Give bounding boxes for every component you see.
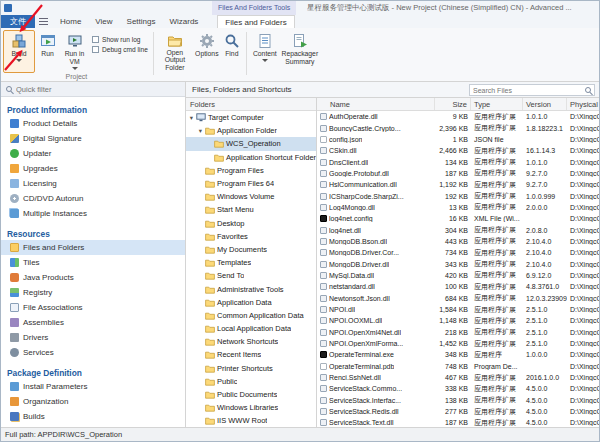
column-header[interactable]: Name: [317, 98, 435, 110]
sidebar-item[interactable]: Tiles: [1, 255, 185, 270]
tab-files-and-folders[interactable]: Files and Folders: [217, 15, 294, 28]
folder-tree-item[interactable]: Start Menu: [186, 203, 316, 216]
sidebar-item[interactable]: Assemblies: [1, 315, 185, 330]
folder-tree-item[interactable]: Templates: [186, 256, 316, 269]
file-row[interactable]: Newtonsoft.Json.dll 684 KB 应用程序扩展 12.0.3…: [317, 293, 599, 304]
folder-tree-item[interactable]: Program Files 64: [186, 177, 316, 190]
file-row[interactable]: MongoDB.Driver.dll 343 KB 应用程序扩展 2.10.4.…: [317, 258, 599, 269]
folder-tree-item[interactable]: Network Shortcuts: [186, 335, 316, 348]
file-row[interactable]: OperateTerminal.exe 348 KB 应用程序 1.0.0.0 …: [317, 349, 599, 360]
file-row[interactable]: MongoDB.Driver.Cor... 734 KB 应用程序扩展 2.10…: [317, 247, 599, 258]
run-in-vm-button[interactable]: Run in VM: [60, 30, 89, 73]
quick-filter-input[interactable]: [16, 85, 180, 94]
sidebar-item[interactable]: Upgrades: [1, 161, 185, 176]
folder-tree-item[interactable]: Application Data: [186, 296, 316, 309]
folder-tree-item[interactable]: Common Application Data: [186, 309, 316, 322]
tab-settings[interactable]: Settings: [120, 15, 163, 28]
sidebar-item[interactable]: Builds: [1, 409, 185, 424]
file-row[interactable]: MySql.Data.dll 420 KB 应用程序扩展 6.9.12.0 D:…: [317, 270, 599, 281]
sidebar-item[interactable]: Drivers: [1, 330, 185, 345]
folder-tree-item[interactable]: Printer Shortcuts: [186, 362, 316, 375]
folder-tree-item[interactable]: Application Folder: [186, 124, 316, 137]
expander-icon[interactable]: [188, 114, 195, 122]
folder-tree-item[interactable]: Favorites: [186, 230, 316, 243]
file-row[interactable]: log4net.config 16 KB XML File (Wi... D:\…: [317, 213, 599, 224]
show-run-log-checkbox[interactable]: Show run log: [92, 36, 148, 43]
file-row[interactable]: AuthOperate.dll 9 KB 应用程序扩展 1.0.1.0 D:\X…: [317, 111, 599, 122]
sidebar-item[interactable]: Licensing: [1, 176, 185, 191]
file-row[interactable]: Google.Protobuf.dll 187 KB 应用程序扩展 9.2.7.…: [317, 168, 599, 179]
tab-home[interactable]: Home: [53, 15, 88, 28]
menu-icon[interactable]: [39, 18, 48, 25]
sidebar-item[interactable]: Updater: [1, 146, 185, 161]
sidebar-item[interactable]: Product Details: [1, 116, 185, 131]
sidebar-item[interactable]: Organization: [1, 394, 185, 409]
checkbox-icon[interactable]: [92, 46, 99, 53]
file-row[interactable]: ServiceStack.Redis.dll 277 KB 应用程序扩展 4.5…: [317, 406, 599, 417]
build-button[interactable]: Build: [3, 30, 35, 73]
sidebar-item[interactable]: CD/DVD Autorun: [1, 191, 185, 206]
folders-column-header[interactable]: Folders: [186, 98, 316, 111]
folder-tree-item[interactable]: Public Documents: [186, 388, 316, 401]
sidebar-item[interactable]: Services: [1, 345, 185, 360]
file-row[interactable]: BouncyCastle.Crypto... 2,396 KB 应用程序扩展 1…: [317, 122, 599, 133]
folder-tree-item[interactable]: IIS WWW Root: [186, 414, 316, 427]
folder-tree-item[interactable]: Application Shortcut Folder: [186, 151, 316, 164]
repackager-summary-button[interactable]: Repackager Summary: [280, 30, 320, 73]
file-row[interactable]: HslCommunication.dll 1,192 KB 应用程序扩展 9.2…: [317, 179, 599, 190]
sidebar-item[interactable]: Install Parameters: [1, 379, 185, 394]
search-files-box[interactable]: [469, 84, 595, 96]
folder-tree-item[interactable]: Local Application Data: [186, 322, 316, 335]
folder-tree-item[interactable]: Windows Libraries: [186, 401, 316, 414]
folder-tree-item[interactable]: WCS_Operation: [186, 137, 316, 150]
folder-tree-item[interactable]: Windows Volume: [186, 190, 316, 203]
file-row[interactable]: config.json 1 KB JSON file D:\XingcOpe: [317, 134, 599, 145]
tab-wizards[interactable]: Wizards: [162, 15, 205, 28]
folder-tree-item[interactable]: Desktop: [186, 217, 316, 230]
folder-tree-item[interactable]: Target Computer: [186, 111, 316, 124]
column-header[interactable]: Size: [435, 98, 471, 110]
file-row[interactable]: Renci.SshNet.dll 467 KB 应用程序扩展 2016.1.0.…: [317, 372, 599, 383]
file-row[interactable]: ServiceStack.Text.dll 187 KB 应用程序扩展 4.5.…: [317, 417, 599, 427]
sidebar-item[interactable]: Registry: [1, 285, 185, 300]
file-row[interactable]: log4net.dll 304 KB 应用程序扩展 2.0.8.0 D:\Xin…: [317, 224, 599, 235]
checkbox-icon[interactable]: [92, 36, 99, 43]
file-row[interactable]: NPOI.OOXML.dll 1,148 KB 应用程序扩展 2.5.1.0 D…: [317, 315, 599, 326]
column-header[interactable]: Type: [471, 98, 523, 110]
sidebar-item[interactable]: Digital Signature: [1, 131, 185, 146]
file-row[interactable]: MongoDB.Bson.dll 443 KB 应用程序扩展 2.10.4.0 …: [317, 236, 599, 247]
content-button[interactable]: Content: [250, 30, 280, 73]
folder-tree-item[interactable]: Send To: [186, 269, 316, 282]
sidebar-item[interactable]: File Associations: [1, 300, 185, 315]
folder-tree-item[interactable]: Program Files: [186, 164, 316, 177]
file-row[interactable]: NPOI.OpenXml4Net.dll 218 KB 应用程序扩展 2.5.1…: [317, 327, 599, 338]
folder-tree-item[interactable]: Public: [186, 375, 316, 388]
file-row[interactable]: OperateTerminal.pdb 748 KB Program De...…: [317, 361, 599, 372]
tab-file[interactable]: 文件: [1, 15, 35, 28]
file-row[interactable]: netstandard.dll 100 KB 应用程序扩展 4.8.3761.0…: [317, 281, 599, 292]
file-row[interactable]: NPOI.OpenXmlForma... 1,452 KB 应用程序扩展 2.5…: [317, 338, 599, 349]
find-button[interactable]: Find: [221, 30, 243, 73]
folder-tree-item[interactable]: Administrative Tools: [186, 282, 316, 295]
file-row[interactable]: ICSharpCode.SharpZi... 192 KB 应用程序扩展 1.0…: [317, 190, 599, 201]
folder-tree-item[interactable]: Recent Items: [186, 348, 316, 361]
column-header[interactable]: Version: [523, 98, 567, 110]
options-button[interactable]: Options: [193, 30, 221, 73]
run-button[interactable]: Run: [35, 30, 60, 73]
file-row[interactable]: Log4Mongo.dll 13 KB 应用程序扩展 2.0.0.0 D:\Xi…: [317, 202, 599, 213]
tab-view[interactable]: View: [88, 15, 119, 28]
file-row[interactable]: NPOI.dll 1,584 KB 应用程序扩展 2.5.1.0 D:\Xing…: [317, 304, 599, 315]
content-dropdown-icon[interactable]: [262, 59, 268, 62]
search-files-input[interactable]: [473, 87, 582, 94]
folder-tree-item[interactable]: My Documents: [186, 243, 316, 256]
run-in-vm-dropdown-icon[interactable]: [72, 67, 78, 70]
expander-icon[interactable]: [197, 127, 204, 135]
sidebar-item[interactable]: Files and Folders: [1, 240, 185, 255]
sidebar-item[interactable]: Multiple Instances: [1, 206, 185, 221]
file-row[interactable]: DnsClient.dll 134 KB 应用程序扩展 1.0.1.0 D:\X…: [317, 156, 599, 167]
file-row[interactable]: ServiceStack.Commo... 338 KB 应用程序扩展 4.5.…: [317, 383, 599, 394]
column-header[interactable]: Physical Sou...: [567, 98, 599, 110]
open-output-folder-button[interactable]: Open Output Folder: [157, 30, 193, 73]
file-row[interactable]: CSkin.dll 2,466 KB 应用程序扩展 16.1.14.3 D:\X…: [317, 145, 599, 156]
build-dropdown-icon[interactable]: [16, 59, 22, 62]
